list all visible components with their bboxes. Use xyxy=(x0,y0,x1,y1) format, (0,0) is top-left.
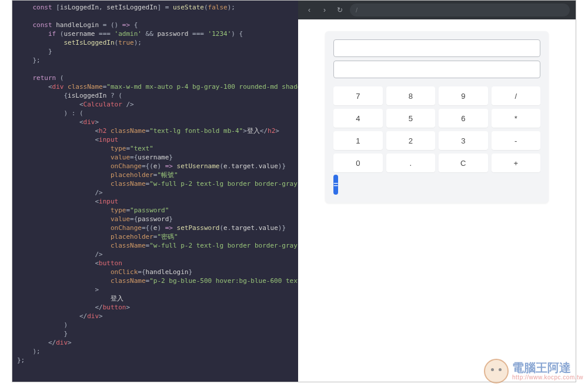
code-line: <div className="max-w-md mx-auto p-4 bg-… xyxy=(17,82,298,91)
code-line: onClick={handleLogin} xyxy=(17,268,298,276)
code-line: value={password} xyxy=(17,215,298,223)
code-line: <input xyxy=(17,197,298,206)
calc-key-clear[interactable]: C xyxy=(439,154,488,172)
code-line: }; xyxy=(17,56,298,65)
code-line: <h2 className="text-lg font-bold mb-4">登… xyxy=(17,126,298,135)
calc-display-2[interactable] xyxy=(333,61,540,78)
watermark-title: 電腦王阿達 xyxy=(512,362,583,373)
calc-key-1[interactable]: 1 xyxy=(333,131,383,150)
watermark: 電腦王阿達 http://www.kocpc.com.tw xyxy=(484,359,583,383)
calc-key-8[interactable]: 8 xyxy=(386,86,436,105)
code-line: <Calculator /> xyxy=(17,100,298,109)
code-line: </div> xyxy=(17,338,298,347)
nav-refresh-button[interactable]: ↻ xyxy=(335,5,345,15)
code-line: setIsLoggedIn(true); xyxy=(17,38,298,47)
calc-key-divide[interactable]: / xyxy=(492,86,541,105)
nav-forward-button[interactable]: › xyxy=(319,5,330,15)
code-editor[interactable]: const [isLoggedIn, setIsLoggedIn] = useS… xyxy=(12,1,298,382)
code-line: </button> xyxy=(17,303,298,312)
calc-key-2[interactable]: 2 xyxy=(386,131,436,150)
code-line: } xyxy=(17,47,298,56)
browser-toolbar: ‹ › ↻ / xyxy=(298,1,576,19)
code-line xyxy=(17,65,298,74)
code-line: /> xyxy=(17,188,298,197)
calc-key-9[interactable]: 9 xyxy=(439,86,488,105)
watermark-avatar-icon xyxy=(484,359,509,383)
calc-display-1[interactable] xyxy=(333,39,540,57)
code-line: ); xyxy=(17,347,298,356)
code-line: 登入 xyxy=(17,294,298,303)
watermark-url: http://www.kocpc.com.tw xyxy=(512,375,583,381)
calc-key-0[interactable]: 0 xyxy=(333,154,383,172)
code-line: placeholder="帳號" xyxy=(17,171,298,179)
code-line: const [isLoggedIn, setIsLoggedIn] = useS… xyxy=(17,3,298,12)
code-line: value={username} xyxy=(17,153,298,162)
code-line: ) : ( xyxy=(17,109,298,118)
calc-key-5[interactable]: 5 xyxy=(386,109,436,128)
calc-key-minus[interactable]: - xyxy=(492,131,541,150)
code-line: {isLoggedIn ? ( xyxy=(17,91,298,100)
calc-equals-button[interactable]: = xyxy=(333,175,338,195)
calculator-keypad: 789/456*123-0.C+ xyxy=(333,86,540,172)
code-line: onChange={(e) => setPassword(e.target.va… xyxy=(17,223,298,232)
code-line: type="password" xyxy=(17,206,298,215)
code-line: <div> xyxy=(17,118,298,126)
code-line: className="p-2 bg-blue-500 hover:bg-blue… xyxy=(17,276,298,285)
code-line: /> xyxy=(17,250,298,259)
code-line: }; xyxy=(17,356,298,365)
url-bar[interactable]: / xyxy=(350,4,570,16)
code-line: </div> xyxy=(17,312,298,321)
code-line: > xyxy=(17,285,298,294)
calc-key-4[interactable]: 4 xyxy=(333,109,383,128)
code-line: } xyxy=(17,329,298,338)
calc-key-6[interactable]: 6 xyxy=(439,109,488,128)
code-line: className="w-full p-2 text-lg border bor… xyxy=(17,241,298,250)
code-line: <button xyxy=(17,259,298,268)
code-line: return ( xyxy=(17,74,298,82)
calc-key-plus[interactable]: + xyxy=(492,154,541,172)
code-line: placeholder="密碼" xyxy=(17,232,298,241)
calc-key-7[interactable]: 7 xyxy=(333,86,383,105)
nav-back-button[interactable]: ‹ xyxy=(304,5,315,15)
code-line xyxy=(17,12,298,21)
calculator-card: 789/456*123-0.C+ = xyxy=(325,31,549,203)
calc-key-3[interactable]: 3 xyxy=(439,131,488,150)
code-line: const handleLogin = () => { xyxy=(17,21,298,29)
calc-key-dot[interactable]: . xyxy=(386,154,436,172)
calc-key-multiply[interactable]: * xyxy=(492,109,541,128)
code-line: type="text" xyxy=(17,144,298,153)
code-line: if (username === 'admin' && password ===… xyxy=(17,29,298,38)
app-frame: const [isLoggedIn, setIsLoggedIn] = useS… xyxy=(12,0,576,382)
code-line: <input xyxy=(17,135,298,144)
code-line: onChange={(e) => setUsername(e.target.va… xyxy=(17,162,298,171)
preview-body: 789/456*123-0.C+ = xyxy=(298,19,576,382)
watermark-text: 電腦王阿達 http://www.kocpc.com.tw xyxy=(512,362,583,381)
preview-panel: ‹ › ↻ / 789/456*123-0.C+ = xyxy=(298,1,576,382)
code-line: ) xyxy=(17,321,298,329)
code-line: className="w-full p-2 text-lg border bor… xyxy=(17,179,298,188)
